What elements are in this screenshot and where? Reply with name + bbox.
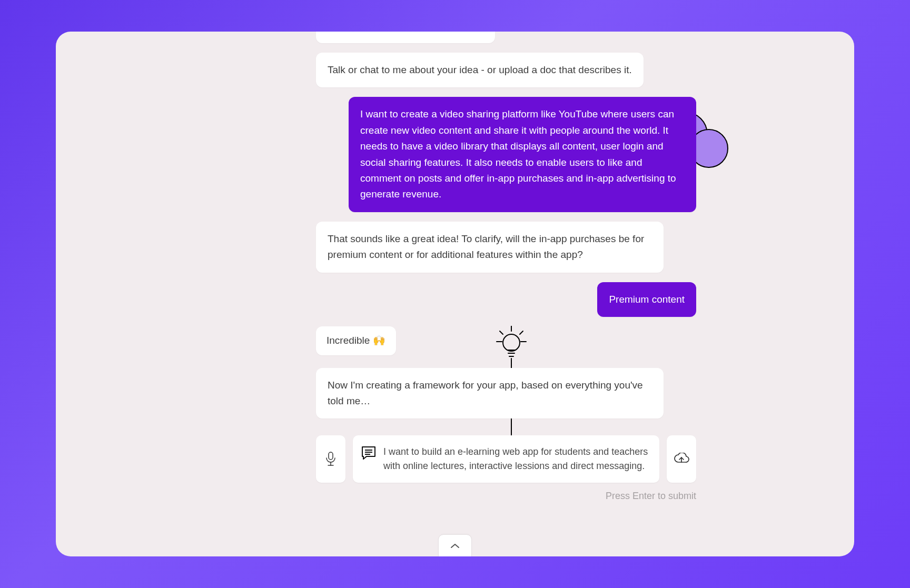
message-text: Premium content bbox=[609, 294, 685, 305]
page-background: Talk or chat to me about your idea - or … bbox=[0, 0, 910, 588]
message-text: Now I'm creating a framework for your ap… bbox=[328, 380, 643, 406]
message-text: That sounds like a great idea! To clarif… bbox=[328, 233, 644, 260]
composer: I want to build an e-learning web app fo… bbox=[316, 435, 696, 483]
mic-icon bbox=[325, 451, 337, 467]
chat-icon bbox=[361, 446, 376, 462]
cloud-upload-icon bbox=[674, 453, 689, 465]
message-text: I want to create a video sharing platfor… bbox=[360, 108, 676, 200]
chat-input-text: I want to build an e-learning web app fo… bbox=[383, 445, 649, 473]
message-text: Incredible 🙌 bbox=[327, 335, 385, 346]
bot-message-progress: Now I'm creating a framework for your ap… bbox=[316, 368, 664, 419]
chevron-up-icon bbox=[450, 543, 460, 549]
collapse-button[interactable] bbox=[438, 534, 472, 556]
submit-hint: Press Enter to submit bbox=[606, 491, 696, 502]
user-message-idea: I want to create a video sharing platfor… bbox=[349, 97, 696, 212]
upload-button[interactable] bbox=[667, 435, 696, 483]
svg-rect-9 bbox=[329, 452, 333, 460]
chat-card: Talk or chat to me about your idea - or … bbox=[56, 32, 854, 556]
mic-button[interactable] bbox=[316, 435, 345, 483]
chat-input[interactable]: I want to build an e-learning web app fo… bbox=[353, 435, 659, 483]
bot-message-clarify: That sounds like a great idea! To clarif… bbox=[316, 222, 664, 273]
bot-message-intro: Talk or chat to me about your idea - or … bbox=[316, 53, 644, 87]
bot-message-react: Incredible 🙌 bbox=[316, 326, 396, 355]
message-text: Talk or chat to me about your idea - or … bbox=[328, 64, 632, 75]
user-message-answer: Premium content bbox=[597, 282, 696, 317]
prev-message-partial bbox=[316, 32, 495, 43]
